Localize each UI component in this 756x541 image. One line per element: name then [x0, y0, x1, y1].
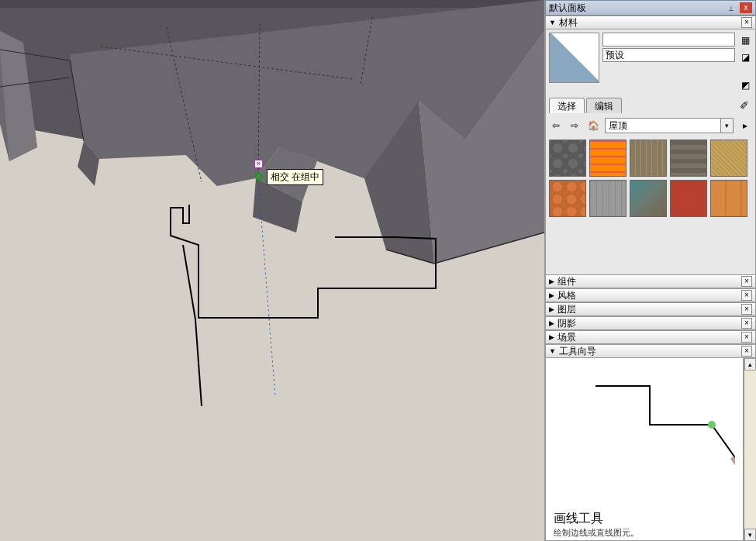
instructor-scrollbar[interactable]: ▴ ▾	[744, 358, 756, 541]
instructor-body: 画线工具 绘制边线或直线图元。	[545, 358, 744, 541]
section-label: 风格	[558, 289, 738, 302]
scroll-down-button[interactable]: ▾	[744, 529, 756, 541]
inference-x-marker: ×	[254, 160, 263, 168]
material-swatch-grid	[549, 140, 752, 217]
section-header-instructor[interactable]: ▼ 工具向导 ×	[545, 344, 756, 358]
dropdown-selected: 屋顶	[606, 119, 720, 133]
material-swatch[interactable]	[670, 140, 707, 177]
section-collapse-button[interactable]: ×	[741, 304, 752, 315]
instructor-tool-desc: 绘制边线或直线图元。	[549, 527, 740, 539]
section-collapse-button[interactable]: ×	[741, 17, 752, 28]
details-menu-button[interactable]: ▸	[738, 119, 752, 133]
caret-right-icon: ▶	[549, 291, 554, 299]
material-swatch[interactable]	[589, 180, 627, 217]
nav-home-button[interactable]: 🏠	[586, 119, 600, 133]
panel-title: 默认面板	[549, 2, 726, 15]
section-collapse-button[interactable]: ×	[741, 290, 752, 301]
material-preset-input[interactable]	[602, 48, 735, 62]
materials-body: ▦ ◪ ◩ 选择 编辑 ✐ ⇦ ⇨ 🏠 屋顶 ▾ ▸	[545, 29, 756, 274]
svg-point-19	[708, 421, 716, 429]
caret-right-icon: ▶	[549, 305, 554, 313]
section-collapse-button[interactable]: ×	[741, 276, 752, 287]
material-swatch[interactable]	[630, 180, 667, 217]
section-header-layers[interactable]: ▶ 图层 ×	[545, 302, 756, 316]
panel-titlebar[interactable]: 默认面板 ⟂ x	[545, 0, 756, 16]
current-material-preview[interactable]	[549, 33, 599, 83]
caret-down-icon: ▼	[549, 347, 556, 355]
material-swatch[interactable]	[630, 140, 667, 177]
section-label: 材料	[559, 16, 738, 29]
section-header-materials[interactable]: ▼ 材料 ×	[545, 16, 756, 29]
section-header-styles[interactable]: ▶ 风格 ×	[545, 288, 756, 302]
tab-edit[interactable]: 编辑	[586, 98, 622, 113]
chevron-down-icon[interactable]: ▾	[720, 119, 733, 133]
material-swatch[interactable]	[710, 180, 747, 217]
section-header-shadows[interactable]: ▶ 阴影 ×	[545, 316, 756, 330]
caret-right-icon: ▶	[549, 277, 554, 285]
nav-back-button[interactable]: ⇦	[549, 119, 563, 133]
tab-select[interactable]: 选择	[549, 98, 585, 113]
model-drawing	[0, 0, 544, 541]
section-label: 场景	[558, 331, 738, 344]
section-label: 阴影	[558, 317, 738, 330]
section-collapse-button[interactable]: ×	[741, 318, 752, 329]
section-header-components[interactable]: ▶ 组件 ×	[545, 274, 756, 288]
default-tray-panel: 默认面板 ⟂ x ▼ 材料 × ▦ ◪ ◩	[544, 0, 756, 541]
svg-line-18	[712, 425, 735, 462]
material-swatch[interactable]	[549, 140, 586, 177]
section-header-scenes[interactable]: ▶ 场景 ×	[545, 330, 756, 344]
add-to-model-icon[interactable]: ◪	[739, 51, 751, 64]
panel-close-button[interactable]: x	[740, 2, 752, 13]
section-collapse-button[interactable]: ×	[741, 332, 752, 343]
material-name-input[interactable]	[602, 33, 735, 47]
inference-endpoint-marker	[255, 173, 263, 181]
material-swatch[interactable]	[549, 180, 586, 217]
pin-icon[interactable]: ⟂	[726, 2, 737, 13]
instructor-tool-name: 画线工具	[549, 511, 740, 527]
caret-right-icon: ▶	[549, 333, 554, 341]
section-label: 图层	[558, 303, 738, 316]
material-swatch[interactable]	[589, 140, 627, 177]
eyedropper-icon[interactable]: ✐	[737, 98, 752, 113]
material-category-dropdown[interactable]: 屋顶 ▾	[605, 118, 734, 133]
nav-forward-button[interactable]: ⇨	[568, 119, 582, 133]
scroll-up-button[interactable]: ▴	[744, 358, 756, 370]
caret-right-icon: ▶	[549, 319, 554, 327]
model-viewport[interactable]: × 相交 在组中	[0, 0, 544, 541]
material-swatch[interactable]	[670, 180, 707, 217]
caret-down-icon: ▼	[549, 19, 556, 26]
svg-marker-20	[730, 456, 735, 470]
inference-tooltip: 相交 在组中	[267, 169, 323, 185]
material-swatch[interactable]	[710, 140, 747, 177]
default-material-icon[interactable]: ◩	[739, 79, 751, 91]
section-label: 组件	[558, 275, 738, 288]
instructor-illustration	[549, 363, 740, 511]
create-material-icon[interactable]: ▦	[739, 34, 751, 47]
svg-marker-2	[0, 0, 544, 8]
section-label: 工具向导	[559, 345, 738, 358]
section-collapse-button[interactable]: ×	[741, 346, 752, 357]
